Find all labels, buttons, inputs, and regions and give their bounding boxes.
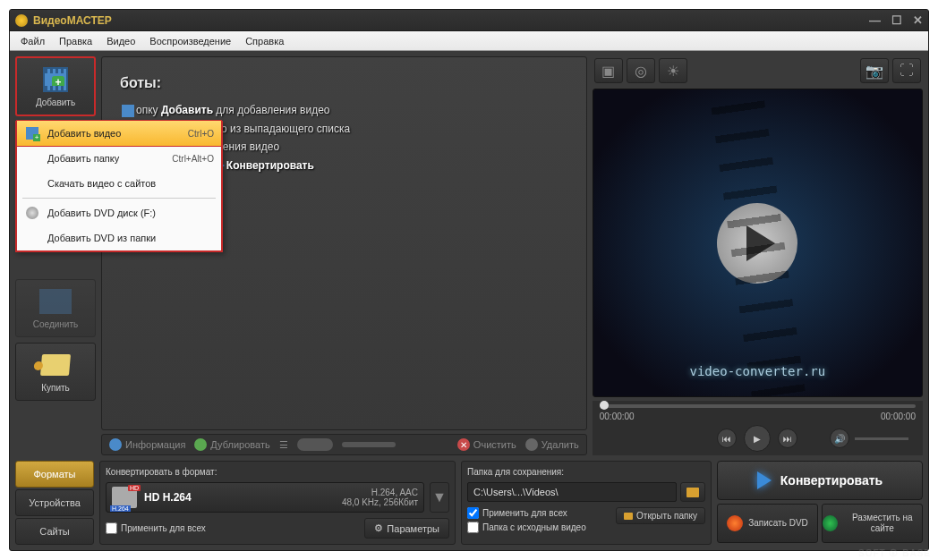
crop-icon: ▣ (601, 63, 615, 80)
dropdown-add-folder[interactable]: Добавить папку Ctrl+Alt+O (17, 146, 221, 171)
convert-arrow-icon (757, 471, 772, 489)
fullscreen-button[interactable]: ⛶ (892, 58, 921, 83)
browse-folder-button[interactable] (680, 482, 705, 502)
format-icon: HD H.264 (112, 487, 137, 508)
tab-formats[interactable]: Форматы (15, 461, 94, 488)
brightness-icon: ☀ (667, 63, 679, 80)
camera-icon: 📷 (866, 63, 883, 80)
save-path-input[interactable] (467, 482, 677, 502)
menu-playback[interactable]: Воспроизведение (142, 34, 238, 48)
list-toggle[interactable]: ☰ (279, 439, 288, 451)
menu-help[interactable]: Справка (238, 34, 291, 48)
speaker-icon: 🔊 (834, 434, 845, 444)
apply-all-save[interactable]: Применить для всех (467, 507, 586, 519)
time-current: 00:00:00 (600, 412, 635, 421)
connect-button[interactable]: Соединить (15, 279, 96, 337)
dropdown-shortcut: Ctrl+O (188, 129, 214, 139)
add-button-label: Добавить (36, 98, 75, 107)
menu-video[interactable]: Видео (99, 34, 142, 48)
source-folder-checkbox[interactable] (467, 522, 479, 533)
info-button[interactable]: Информация (109, 438, 185, 451)
dropdown-shortcut: Ctrl+Alt+O (172, 154, 214, 164)
play-button[interactable]: ▶ (744, 425, 771, 452)
left-button-column: + Добавить + Добавить видео Ctrl+O Добав… (15, 56, 96, 455)
format-tabs: Форматы Устройства Сайты (15, 461, 94, 545)
panel-title: боты: (120, 75, 568, 91)
tab-devices[interactable]: Устройства (15, 489, 94, 516)
delete-button[interactable]: Удалить (525, 438, 579, 451)
add-button[interactable]: + Добавить (15, 56, 96, 116)
close-button[interactable]: ✕ (913, 13, 923, 27)
dropdown-item-label: Скачать видео с сайтов (47, 178, 156, 189)
format-panel: Конвертировать в формат: HD H.264 HD H.2… (99, 461, 456, 545)
h264-badge: H.264 (110, 505, 131, 512)
minimize-button[interactable]: — (869, 13, 881, 27)
seek-bar[interactable] (600, 404, 916, 408)
dropdown-separator (22, 198, 216, 199)
prev-button[interactable]: ⏮ (717, 428, 737, 448)
snapshot-button[interactable]: 📷 (860, 58, 889, 83)
dropdown-add-dvd-disc[interactable]: Добавить DVD диск (F:) (17, 200, 221, 225)
effects-icon: ◎ (635, 63, 647, 80)
fullscreen-icon: ⛶ (900, 63, 914, 79)
open-folder-button[interactable]: Открыть папку (616, 507, 705, 524)
apply-all-format[interactable]: Применить для всех (106, 522, 206, 534)
burn-dvd-button[interactable]: Записать DVD (717, 504, 818, 543)
step-1: опку Добавить для добавления видео (120, 104, 568, 117)
crop-button[interactable]: ▣ (594, 58, 623, 83)
info-icon (109, 438, 122, 451)
bottom-area: Форматы Устройства Сайты Конвертировать … (10, 461, 928, 550)
next-button[interactable]: ⏭ (778, 428, 797, 448)
zoom-slider[interactable] (342, 442, 396, 447)
app-window: ВидеоМАСТЕР — ☐ ✕ Файл Правка Видео Восп… (9, 9, 929, 551)
seek-knob[interactable] (600, 401, 609, 410)
dvd-icon (727, 515, 743, 531)
preview-image: video-converter.ru (593, 89, 922, 396)
connect-button-label: Соединить (33, 319, 78, 329)
folder-icon (624, 513, 633, 520)
folder-icon (686, 488, 699, 497)
format-dropdown-button[interactable]: ▼ (430, 482, 449, 513)
watermark: SOFT ⦿ BASE (858, 548, 929, 551)
effects-button[interactable]: ◎ (627, 58, 655, 83)
disc-icon (24, 205, 40, 221)
main-area: + Добавить + Добавить видео Ctrl+O Добав… (10, 51, 928, 461)
clear-button[interactable]: ✕Очистить (457, 438, 516, 451)
connect-icon (39, 289, 72, 314)
dropdown-add-dvd-folder[interactable]: Добавить DVD из папки (17, 225, 221, 250)
format-codec: H.264, AAC (342, 488, 418, 497)
duplicate-icon (194, 438, 207, 451)
apply-all-save-checkbox[interactable] (467, 507, 479, 519)
source-folder-check[interactable]: Папка с исходным видео (467, 522, 586, 533)
maximize-button[interactable]: ☐ (891, 13, 902, 27)
dropdown-add-video[interactable]: + Добавить видео Ctrl+O (16, 120, 222, 147)
tab-sites[interactable]: Сайты (15, 518, 94, 545)
brightness-button[interactable]: ☀ (659, 58, 687, 83)
convert-button[interactable]: Конвертировать (717, 461, 923, 500)
list-toolbar: Информация Дублировать ☰ ✕Очистить Удали… (101, 434, 587, 455)
time-total: 00:00:00 (881, 412, 916, 421)
dropdown-download-sites[interactable]: Скачать видео с сайтов (17, 171, 221, 196)
volume-button[interactable]: 🔊 (830, 428, 849, 448)
menubar: Файл Правка Видео Воспроизведение Справк… (10, 31, 928, 51)
format-select[interactable]: HD H.264 HD H.264 H.264, AAC 48,0 KHz, 2… (106, 482, 424, 513)
duplicate-button[interactable]: Дублировать (194, 438, 269, 451)
format-quality: 48,0 KHz, 256Кбит (342, 497, 418, 507)
format-title: HD H.264 (144, 491, 192, 504)
delete-icon (525, 438, 538, 451)
publish-button[interactable]: Разместить на сайте (822, 504, 923, 543)
buy-icon (40, 354, 71, 376)
app-logo-icon (15, 14, 28, 27)
right-column: ▣ ◎ ☀ 📷 ⛶ video-converter.ru 00:00:00 00… (593, 56, 923, 455)
dropdown-item-label: Добавить DVD диск (F:) (47, 208, 156, 218)
hd-badge: HD (128, 485, 141, 491)
menu-file[interactable]: Файл (13, 34, 52, 48)
top-row: + Добавить + Добавить видео Ctrl+O Добав… (15, 56, 587, 455)
params-button[interactable]: ⚙ Параметры (364, 518, 449, 539)
apply-all-checkbox[interactable] (106, 522, 117, 534)
menu-edit[interactable]: Правка (52, 34, 99, 48)
volume-slider[interactable] (855, 437, 908, 440)
view-toggle[interactable] (297, 438, 333, 451)
buy-button[interactable]: Купить (15, 343, 96, 401)
clear-icon: ✕ (457, 438, 470, 451)
